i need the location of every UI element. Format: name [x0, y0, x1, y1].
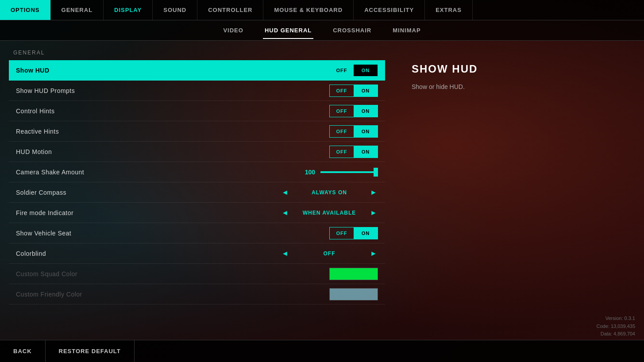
settings-panel: GENERAL Show HUD OFF ON Show HUD Prompts…: [0, 50, 394, 340]
restore-default-button[interactable]: RESTORE DEFAULT: [46, 340, 135, 362]
version-info: Version: 0.3.1 Code: 13,039,435 Data: 4,…: [597, 315, 635, 338]
arrow-left-colorblind[interactable]: ◄: [281, 250, 289, 258]
setting-name-show-hud: Show HUD: [16, 67, 50, 74]
toggle-on-label[interactable]: ON: [354, 65, 378, 76]
setting-name-reactive-hints: Reactive Hints: [16, 128, 59, 135]
selector-value-colorblind: OFF: [293, 250, 366, 257]
slider-track-camera-shake[interactable]: [320, 171, 378, 173]
setting-name-show-vehicle-seat: Show Vehicle Seat: [16, 230, 71, 237]
arrow-selector-colorblind: ◄ OFF ►: [281, 250, 378, 258]
arrow-left-fire-mode[interactable]: ◄: [281, 209, 289, 217]
toggle-hud-motion[interactable]: OFF ON: [329, 146, 378, 158]
nav-item-accessibility[interactable]: ACCESSIBILITY: [354, 0, 425, 20]
setting-row-show-hud[interactable]: Show HUD OFF ON: [9, 60, 385, 81]
arrow-right-colorblind[interactable]: ►: [369, 250, 378, 258]
setting-name-control-hints: Control Hints: [16, 108, 54, 115]
toggle-on-label[interactable]: ON: [354, 105, 378, 117]
setting-row-control-hints[interactable]: Control Hints OFF ON: [9, 101, 385, 121]
toggle-show-vehicle-seat[interactable]: OFF ON: [329, 227, 378, 239]
setting-row-camera-shake[interactable]: Camera Shake Amount 100: [9, 162, 385, 182]
color-swatch-squad[interactable]: [329, 268, 378, 280]
setting-name-camera-shake: Camera Shake Amount: [16, 169, 84, 176]
toggle-off-label[interactable]: OFF: [330, 105, 354, 117]
toggle-off-label[interactable]: OFF: [330, 65, 354, 76]
setting-row-fire-mode[interactable]: Fire mode Indicator ◄ WHEN AVAILABLE ►: [9, 203, 385, 223]
arrow-right-soldier-compass[interactable]: ►: [369, 189, 378, 196]
setting-name-show-hud-prompts: Show HUD Prompts: [16, 87, 75, 94]
toggle-on-label[interactable]: ON: [354, 126, 378, 137]
info-panel: SHOW HUD Show or hide HUD.: [394, 50, 644, 340]
slider-thumb-camera-shake[interactable]: [374, 168, 378, 177]
toggle-show-hud[interactable]: OFF ON: [329, 64, 378, 77]
selector-value-soldier-compass: ALWAYS ON: [293, 189, 366, 196]
sub-nav-minimap[interactable]: MINIMAP: [391, 22, 422, 39]
nav-item-mouse-keyboard[interactable]: MOUSE & KEYBOARD: [263, 0, 354, 20]
sub-nav-hud-general[interactable]: HUD GENERAL: [263, 22, 313, 39]
setting-row-custom-friendly-color[interactable]: Custom Friendly Color: [9, 284, 385, 304]
setting-row-colorblind[interactable]: Colorblind ◄ OFF ►: [9, 243, 385, 264]
toggle-off-label[interactable]: OFF: [330, 227, 354, 239]
setting-name-soldier-compass: Soldier Compass: [16, 189, 66, 196]
nav-item-general[interactable]: GENERAL: [51, 0, 104, 20]
setting-name-custom-squad-color: Custom Squad Color: [16, 270, 77, 277]
color-swatch-friendly[interactable]: [329, 288, 378, 300]
toggle-reactive-hints[interactable]: OFF ON: [329, 125, 378, 138]
slider-container-camera-shake: 100: [300, 169, 378, 176]
setting-name-colorblind: Colorblind: [16, 250, 46, 257]
nav-item-display[interactable]: DISPLAY: [104, 0, 153, 20]
toggle-show-hud-prompts[interactable]: OFF ON: [329, 85, 378, 97]
selector-value-fire-mode: WHEN AVAILABLE: [293, 210, 366, 216]
setting-row-show-hud-prompts[interactable]: Show HUD Prompts OFF ON: [9, 81, 385, 101]
bottom-bar: BACK RESTORE DEFAULT: [0, 340, 644, 362]
version-line2: Code: 13,039,435: [597, 323, 635, 331]
nav-item-sound[interactable]: SOUND: [153, 0, 197, 20]
setting-name-custom-friendly-color: Custom Friendly Color: [16, 291, 82, 298]
arrow-right-fire-mode[interactable]: ►: [369, 209, 378, 217]
section-label: GENERAL: [9, 50, 385, 56]
info-description: Show or hide HUD.: [412, 82, 626, 92]
version-line3: Data: 4,869,704: [597, 330, 635, 338]
setting-row-custom-squad-color[interactable]: Custom Squad Color: [9, 264, 385, 284]
info-title: SHOW HUD: [412, 63, 626, 75]
setting-name-hud-motion: HUD Motion: [16, 148, 52, 155]
toggle-off-label[interactable]: OFF: [330, 126, 354, 137]
sub-nav: VIDEO HUD GENERAL CROSSHAIR MINIMAP: [0, 20, 644, 41]
arrow-left-soldier-compass[interactable]: ◄: [281, 189, 289, 196]
slider-fill-camera-shake: [320, 171, 378, 173]
back-button[interactable]: BACK: [0, 340, 46, 362]
top-nav: OPTIONS GENERAL DISPLAY SOUND CONTROLLER…: [0, 0, 644, 20]
main-content: GENERAL Show HUD OFF ON Show HUD Prompts…: [0, 41, 644, 340]
toggle-control-hints[interactable]: OFF ON: [329, 105, 378, 117]
arrow-selector-fire-mode: ◄ WHEN AVAILABLE ►: [281, 209, 378, 217]
sub-nav-video[interactable]: VIDEO: [221, 22, 245, 39]
setting-name-fire-mode: Fire mode Indicator: [16, 209, 73, 216]
slider-value-camera-shake: 100: [300, 169, 315, 176]
toggle-on-label[interactable]: ON: [354, 227, 378, 239]
version-line1: Version: 0.3.1: [597, 315, 635, 323]
toggle-on-label[interactable]: ON: [354, 85, 378, 96]
setting-row-reactive-hints[interactable]: Reactive Hints OFF ON: [9, 121, 385, 142]
nav-item-options[interactable]: OPTIONS: [0, 0, 51, 20]
setting-row-show-vehicle-seat[interactable]: Show Vehicle Seat OFF ON: [9, 223, 385, 243]
setting-row-soldier-compass[interactable]: Soldier Compass ◄ ALWAYS ON ►: [9, 182, 385, 203]
setting-row-hud-motion[interactable]: HUD Motion OFF ON: [9, 142, 385, 162]
toggle-off-label[interactable]: OFF: [330, 146, 354, 158]
arrow-selector-soldier-compass: ◄ ALWAYS ON ►: [281, 189, 378, 196]
sub-nav-crosshair[interactable]: CROSSHAIR: [331, 22, 373, 39]
nav-item-extras[interactable]: EXTRAS: [425, 0, 473, 20]
toggle-off-label[interactable]: OFF: [330, 85, 354, 96]
toggle-on-label[interactable]: ON: [354, 146, 378, 158]
nav-item-controller[interactable]: CONTROLLER: [197, 0, 263, 20]
